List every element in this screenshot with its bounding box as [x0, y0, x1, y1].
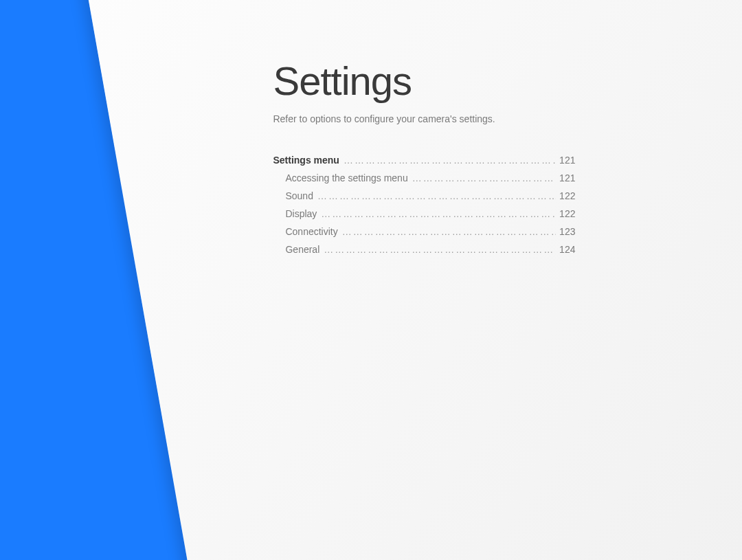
- toc-leader: [317, 190, 555, 201]
- toc-section-page: 121: [555, 155, 575, 166]
- table-of-contents: Settings menu 121 Accessing the settings…: [273, 155, 575, 255]
- document-page: Settings Refer to options to configure y…: [82, 0, 742, 560]
- toc-item-page: 124: [555, 244, 575, 255]
- toc-item-label: Connectivity: [273, 226, 341, 237]
- page-content: Settings Refer to options to configure y…: [273, 58, 603, 262]
- toc-item-row: General 124: [273, 244, 575, 255]
- toc-item-page: 122: [555, 190, 575, 201]
- toc-leader: [321, 208, 555, 219]
- toc-item-page: 122: [555, 208, 575, 219]
- toc-item-label: Accessing the settings menu: [273, 172, 412, 183]
- toc-item-page: 121: [555, 172, 575, 183]
- toc-leader: [412, 172, 555, 183]
- viewport: Settings Refer to options to configure y…: [0, 0, 742, 560]
- toc-leader: [342, 226, 555, 237]
- toc-leader: [324, 244, 555, 255]
- page-title: Settings: [273, 58, 603, 104]
- toc-item-row: Sound 122: [273, 190, 575, 201]
- toc-item-page: 123: [555, 226, 575, 237]
- toc-item-row: Accessing the settings menu 121: [273, 172, 575, 183]
- toc-item-label: General: [273, 244, 324, 255]
- toc-section-label: Settings menu: [273, 155, 343, 166]
- page-subtitle: Refer to options to configure your camer…: [273, 113, 603, 124]
- toc-item-row: Display 122: [273, 208, 575, 219]
- toc-item-label: Sound: [273, 190, 317, 201]
- toc-leader: [344, 155, 555, 166]
- toc-item-label: Display: [273, 208, 321, 219]
- toc-section-row: Settings menu 121: [273, 155, 575, 166]
- toc-item-row: Connectivity 123: [273, 226, 575, 237]
